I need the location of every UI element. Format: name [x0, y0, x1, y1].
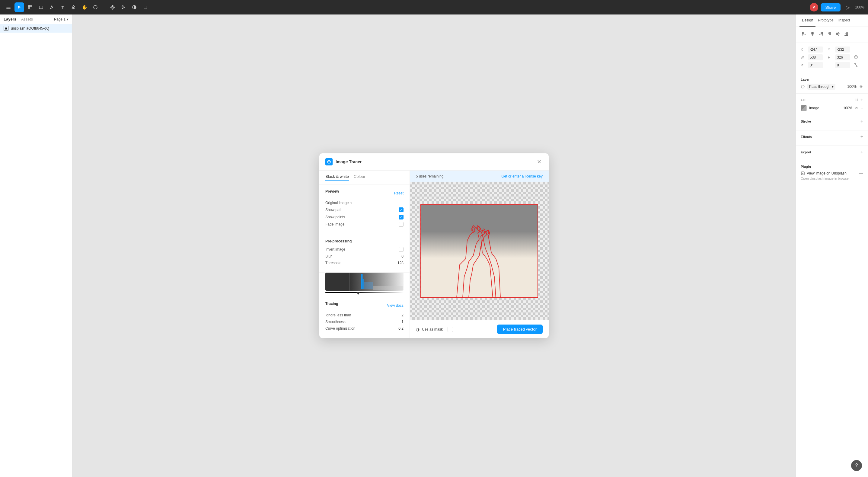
threshold-value[interactable]: 128	[398, 261, 404, 265]
svg-point-22	[486, 231, 489, 234]
view-docs-button[interactable]: View docs	[387, 303, 404, 308]
help-button[interactable]: ?	[851, 460, 862, 471]
y-value[interactable]: -232	[835, 47, 850, 53]
frame-tool-button[interactable]	[25, 2, 35, 12]
select-tool-button[interactable]	[14, 2, 24, 12]
blur-label: Blur	[326, 254, 401, 259]
w-label: W	[801, 56, 806, 59]
fill-grid-icon[interactable]: ⠿	[855, 97, 858, 102]
align-top-button[interactable]	[826, 30, 833, 37]
modal-header: Image Tracer ✕	[319, 153, 549, 171]
align-bottom-button[interactable]	[843, 30, 849, 37]
blur-value[interactable]: 0	[401, 254, 404, 259]
bw-tab[interactable]: Black & white	[326, 174, 349, 181]
fill-visibility-toggle[interactable]: 👁	[855, 106, 858, 110]
layers-tab[interactable]: Layers	[4, 17, 16, 22]
show-points-checkbox[interactable]	[399, 215, 404, 219]
constrain-proportions-button[interactable]	[854, 55, 858, 60]
comment-tool-button[interactable]	[91, 2, 100, 12]
rotation-value[interactable]: 0°	[808, 62, 823, 68]
fill-title: Fill	[801, 98, 806, 102]
align-left-button[interactable]	[801, 30, 807, 37]
text-tool-button[interactable]: T	[58, 2, 68, 12]
component-tool-button[interactable]	[69, 2, 79, 12]
assets-tab[interactable]: Assets	[21, 17, 33, 22]
layer-item[interactable]: ▣ unsplash:aOOfb645-qQ	[0, 24, 72, 33]
stroke-header: Stroke +	[801, 119, 863, 124]
stroke-add-button[interactable]: +	[861, 119, 863, 124]
place-traced-vector-button[interactable]: Place traced vector	[497, 325, 542, 334]
corner-value[interactable]: 0	[835, 62, 850, 68]
avatar[interactable]: V	[810, 3, 818, 11]
invert-label: Invert image	[326, 247, 399, 251]
design-tab[interactable]: Design	[800, 14, 815, 27]
license-link[interactable]: Get or enter a license key	[501, 174, 542, 178]
svg-rect-3	[28, 5, 32, 9]
w-value[interactable]: 538	[808, 54, 823, 60]
show-path-row: Show path	[326, 207, 404, 212]
corner-icon: ⌒	[828, 63, 833, 68]
fade-image-row: Fade image	[326, 222, 404, 227]
hand-tool-button[interactable]: ✋	[80, 2, 89, 12]
plugin-sub-text: Open Unsplash image in browser	[801, 177, 863, 180]
prototype-tab[interactable]: Prototype	[815, 14, 836, 27]
preview-image-container	[410, 182, 549, 320]
fill-icon-button[interactable]	[119, 2, 128, 12]
histogram-container	[319, 273, 409, 297]
effects-add-button[interactable]: +	[861, 134, 863, 140]
layer-icon: ▣	[4, 26, 8, 31]
blend-mode-select[interactable]: Pass through ▾	[807, 84, 835, 90]
svg-rect-18	[421, 205, 538, 298]
x-value[interactable]: -247	[808, 47, 823, 53]
modal-close-button[interactable]: ✕	[535, 158, 542, 166]
play-button[interactable]: ▷	[843, 2, 852, 12]
share-button[interactable]: Share	[820, 3, 841, 11]
main-menu-button[interactable]	[4, 2, 13, 12]
effects-title: Effects	[801, 135, 812, 139]
invert-checkbox[interactable]	[399, 247, 404, 252]
export-title: Export	[801, 150, 811, 154]
contrast-icon-button[interactable]	[129, 2, 139, 12]
ignore-value[interactable]: 2	[401, 313, 404, 317]
visibility-toggle[interactable]: 👁	[859, 84, 863, 89]
export-add-button[interactable]: +	[861, 149, 863, 155]
opacity-value[interactable]: 100%	[847, 85, 857, 89]
pen-tool-button[interactable]	[47, 2, 57, 12]
colour-tab[interactable]: Colour	[354, 174, 365, 181]
layer-section: Layer Pass through ▾ 100% 👁	[796, 74, 868, 94]
align-center-v-button[interactable]	[809, 30, 816, 37]
plugin-remove-button[interactable]: —	[859, 171, 863, 175]
fade-image-checkbox[interactable]	[399, 222, 404, 227]
slider-thumb[interactable]	[356, 292, 360, 295]
fill-add-button[interactable]: +	[861, 97, 863, 102]
page-selector[interactable]: Page 1 ▾	[54, 17, 68, 22]
histogram	[326, 273, 404, 291]
resize-icon-button[interactable]	[854, 63, 858, 68]
curve-value[interactable]: 0.2	[398, 326, 404, 331]
svg-point-8	[94, 5, 97, 9]
blend-row: Pass through ▾ 100% 👁	[801, 84, 863, 90]
h-value[interactable]: 326	[835, 54, 850, 60]
show-path-checkbox[interactable]	[399, 207, 404, 212]
original-image-label: Original image	[326, 201, 349, 205]
inspect-tab[interactable]: Inspect	[836, 14, 852, 27]
tracing-title: Tracing	[326, 302, 338, 306]
component-icon-button[interactable]	[108, 2, 117, 12]
modal-tabs: Black & white Colour	[319, 171, 409, 184]
fill-remove-button[interactable]: −	[861, 106, 863, 111]
svg-rect-23	[802, 33, 804, 33]
reset-button[interactable]: Reset	[394, 191, 404, 195]
zoom-level[interactable]: 100%	[855, 5, 864, 9]
crop-icon-button[interactable]	[140, 2, 150, 12]
smoothness-value[interactable]: 1	[401, 320, 404, 324]
align-center-h-button[interactable]	[835, 30, 841, 37]
use-as-mask-checkbox[interactable]	[447, 327, 453, 332]
original-image-dropdown[interactable]: Original image ▾	[326, 201, 352, 205]
shape-tool-button[interactable]	[36, 2, 46, 12]
effects-header: Effects +	[801, 134, 863, 140]
threshold-slider[interactable]	[326, 292, 404, 293]
fill-section: Fill ⠿ + Image 100% 👁 −	[796, 94, 868, 115]
fill-opacity[interactable]: 100%	[843, 106, 852, 110]
align-right-button[interactable]	[817, 30, 824, 37]
panel-tabs: Layers Assets Page 1 ▾	[0, 14, 72, 24]
